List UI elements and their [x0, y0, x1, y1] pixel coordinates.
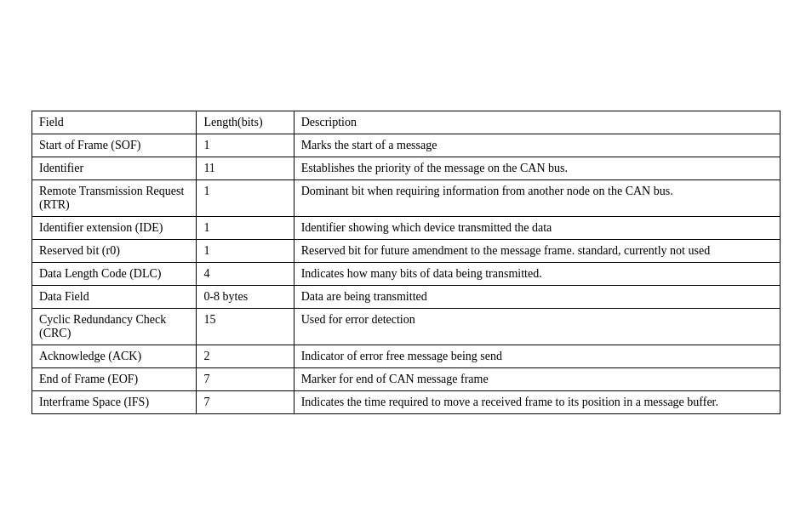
cell-field: Interframe Space (IFS) — [32, 390, 197, 413]
cell-field: Identifier — [32, 157, 197, 179]
cell-length: 1 — [197, 216, 294, 239]
cell-length: 7 — [197, 367, 294, 390]
cell-description: Marks the start of a message — [294, 134, 780, 157]
main-table-container: Field Length(bits) Description Start of … — [31, 111, 781, 414]
cell-field: Data Field — [32, 285, 197, 308]
cell-description: Data are being transmitted — [294, 285, 780, 308]
cell-length: 1 — [197, 134, 294, 157]
cell-description: Indicates the time required to move a re… — [294, 390, 780, 413]
cell-length: 2 — [197, 345, 294, 367]
cell-description: Identifier showing which device transmit… — [294, 216, 780, 239]
header-description: Description — [294, 111, 780, 134]
table-row: Start of Frame (SOF)1Marks the start of … — [32, 134, 781, 157]
table-row: Cyclic Redundancy Check (CRC)15Used for … — [32, 308, 781, 345]
cell-length: 11 — [197, 157, 294, 179]
cell-field: Remote Transmission Request (RTR) — [32, 179, 197, 216]
table-row: Remote Transmission Request (RTR)1Domina… — [32, 179, 781, 216]
table-row: Interframe Space (IFS)7Indicates the tim… — [32, 390, 781, 413]
cell-description: Establishes the priority of the message … — [294, 157, 780, 179]
table-row: Acknowledge (ACK)2Indicator of error fre… — [32, 345, 781, 367]
table-row: Data Length Code (DLC)4Indicates how man… — [32, 262, 781, 285]
cell-field: Reserved bit (r0) — [32, 239, 197, 262]
table-row: Identifier11Establishes the priority of … — [32, 157, 781, 179]
header-length: Length(bits) — [197, 111, 294, 134]
cell-length: 0-8 bytes — [197, 285, 294, 308]
table-row: Identifier extension (IDE)1Identifier sh… — [32, 216, 781, 239]
cell-field: Start of Frame (SOF) — [32, 134, 197, 157]
cell-length: 7 — [197, 390, 294, 413]
cell-description: Indicator of error free message being se… — [294, 345, 780, 367]
cell-length: 15 — [197, 308, 294, 345]
cell-description: Used for error detection — [294, 308, 780, 345]
cell-field: Cyclic Redundancy Check (CRC) — [32, 308, 197, 345]
cell-description: Indicates how many bits of data being tr… — [294, 262, 780, 285]
table-header-row: Field Length(bits) Description — [32, 111, 781, 134]
table-row: End of Frame (EOF)7Marker for end of CAN… — [32, 367, 781, 390]
cell-description: Reserved bit for future amendment to the… — [294, 239, 780, 262]
header-field: Field — [32, 111, 197, 134]
cell-length: 1 — [197, 179, 294, 216]
cell-description: Dominant bit when requiring information … — [294, 179, 780, 216]
cell-length: 1 — [197, 239, 294, 262]
cell-length: 4 — [197, 262, 294, 285]
table-row: Reserved bit (r0)1Reserved bit for futur… — [32, 239, 781, 262]
cell-field: Acknowledge (ACK) — [32, 345, 197, 367]
cell-field: End of Frame (EOF) — [32, 367, 197, 390]
cell-field: Identifier extension (IDE) — [32, 216, 197, 239]
cell-field: Data Length Code (DLC) — [32, 262, 197, 285]
can-frame-table: Field Length(bits) Description Start of … — [31, 111, 781, 414]
cell-description: Marker for end of CAN message frame — [294, 367, 780, 390]
table-row: Data Field0-8 bytesData are being transm… — [32, 285, 781, 308]
